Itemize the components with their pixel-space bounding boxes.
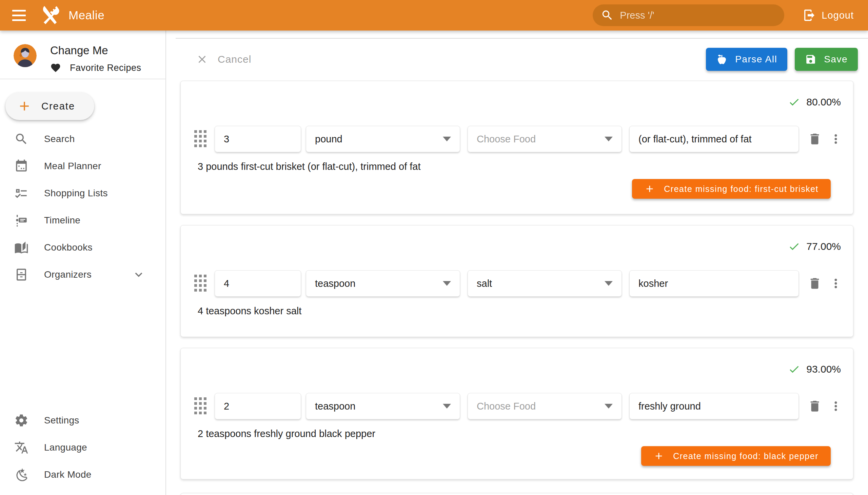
drag-handle-icon[interactable] <box>193 274 207 293</box>
logout-button[interactable]: Logout <box>797 8 859 22</box>
plus-icon <box>17 99 32 114</box>
food-select[interactable]: salt <box>467 270 622 297</box>
note-input[interactable] <box>629 270 799 297</box>
delete-button[interactable] <box>807 276 822 291</box>
confidence-value: 80.00% <box>806 96 841 108</box>
search-icon <box>601 9 614 22</box>
sidebar-item-shopping-lists[interactable]: Shopping Lists <box>0 180 166 207</box>
search-placeholder: Press '/' <box>620 10 654 21</box>
cancel-button[interactable]: Cancel <box>196 53 251 65</box>
confidence-value: 93.00% <box>806 363 841 375</box>
quantity-input[interactable] <box>215 270 301 297</box>
trash-icon <box>807 132 822 146</box>
create-missing-food-button[interactable]: Create missing food: black pepper <box>641 446 831 466</box>
check-icon <box>788 240 800 253</box>
original-ingredient-text: 3 pounds first-cut brisket (or flat-cut)… <box>198 161 853 172</box>
sidebar-item-cookbooks[interactable]: Cookbooks <box>0 234 166 261</box>
missing-food-label: Create missing food: first-cut brisket <box>664 184 818 194</box>
cabinet-icon <box>14 268 29 282</box>
unit-select[interactable]: pound <box>306 126 460 152</box>
plus-icon <box>653 450 664 461</box>
translate-icon <box>14 440 29 455</box>
food-placeholder: Choose Food <box>477 401 536 412</box>
kebab-icon <box>829 399 843 413</box>
logout-label: Logout <box>821 10 854 21</box>
parse-all-button[interactable]: Parse All <box>706 48 787 71</box>
user-name: Change Me <box>50 44 141 57</box>
sidebar-item-label: Organizers <box>44 269 91 280</box>
ingredient-card: 93.00% teaspoon Choose Food <box>181 348 853 479</box>
user-block[interactable]: Change Me Favorite Recipes <box>0 31 166 79</box>
sidebar-item-label: Search <box>44 134 75 144</box>
delete-button[interactable] <box>807 399 822 413</box>
main-content: Cancel Parse All Save 80.00% <box>167 31 868 495</box>
sidebar-item-label: Meal Planner <box>44 161 101 172</box>
unit-value: teaspoon <box>315 278 355 289</box>
confidence-row: 77.00% <box>181 225 853 253</box>
menu-icon[interactable] <box>9 5 29 25</box>
sidebar-item-dark-mode[interactable]: Dark Mode <box>0 461 166 488</box>
drag-handle-icon[interactable] <box>193 397 207 416</box>
timeline-icon <box>14 213 29 227</box>
food-placeholder: Choose Food <box>477 134 536 145</box>
apple-icon <box>716 54 728 65</box>
missing-food-label: Create missing food: black pepper <box>673 451 818 461</box>
unit-value: teaspoon <box>315 401 355 412</box>
caret-down-icon <box>443 137 451 141</box>
quantity-input[interactable] <box>215 393 301 420</box>
trash-icon <box>807 276 822 291</box>
more-options-button[interactable] <box>829 132 843 146</box>
sidebar-divider <box>0 79 166 79</box>
calendar-icon <box>14 159 29 173</box>
note-input[interactable] <box>629 393 799 420</box>
food-select[interactable]: Choose Food <box>467 126 622 152</box>
unit-select[interactable]: teaspoon <box>306 393 460 420</box>
cancel-label: Cancel <box>218 54 251 65</box>
delete-button[interactable] <box>807 132 822 146</box>
save-button[interactable]: Save <box>795 48 858 71</box>
list-checks-icon <box>14 186 29 200</box>
parse-all-label: Parse All <box>735 54 777 65</box>
ingredient-card: 80.00% pound Choose Food <box>181 81 853 214</box>
sidebar-item-settings[interactable]: Settings <box>0 407 166 434</box>
sidebar-item-search[interactable]: Search <box>0 125 166 153</box>
note-input[interactable] <box>629 126 799 152</box>
sidebar: Change Me Favorite Recipes Create Search <box>0 31 166 495</box>
book-open-icon <box>14 240 29 255</box>
caret-down-icon <box>605 137 613 141</box>
more-options-button[interactable] <box>829 276 843 291</box>
sidebar-item-label: Timeline <box>44 215 80 226</box>
sidebar-item-organizers[interactable]: Organizers <box>0 261 166 288</box>
kebab-icon <box>829 132 843 146</box>
create-label: Create <box>41 101 75 112</box>
create-button[interactable]: Create <box>5 92 94 120</box>
original-ingredient-text: 2 teaspoons freshly ground black pepper <box>198 428 853 439</box>
quantity-input[interactable] <box>215 126 301 152</box>
sidebar-item-label: Dark Mode <box>44 469 91 480</box>
trash-icon <box>807 399 822 413</box>
caret-down-icon <box>443 404 451 409</box>
ingredient-card-partial <box>181 493 853 495</box>
more-options-button[interactable] <box>829 399 843 413</box>
food-value: salt <box>477 278 492 289</box>
create-missing-food-button[interactable]: Create missing food: first-cut brisket <box>632 179 831 199</box>
unit-select[interactable]: teaspoon <box>306 270 460 297</box>
gear-icon <box>14 413 29 428</box>
chevron-down-icon[interactable] <box>132 268 146 282</box>
drag-handle-icon[interactable] <box>193 130 207 149</box>
sidebar-item-language[interactable]: Language <box>0 434 166 461</box>
logout-icon <box>803 8 816 22</box>
app-bar: Mealie Press '/' Logout <box>0 0 868 31</box>
caret-down-icon <box>605 281 613 286</box>
app-title: Mealie <box>68 8 104 22</box>
heart-icon <box>50 62 61 73</box>
food-select[interactable]: Choose Food <box>467 393 622 420</box>
avatar <box>14 44 37 67</box>
sidebar-item-timeline[interactable]: Timeline <box>0 207 166 234</box>
favorites-label: Favorite Recipes <box>70 63 141 73</box>
caret-down-icon <box>605 404 613 409</box>
favorite-recipes-link[interactable]: Favorite Recipes <box>50 62 141 73</box>
plus-icon <box>644 184 655 194</box>
sidebar-item-meal-planner[interactable]: Meal Planner <box>0 153 166 180</box>
search-input[interactable]: Press '/' <box>593 4 784 26</box>
